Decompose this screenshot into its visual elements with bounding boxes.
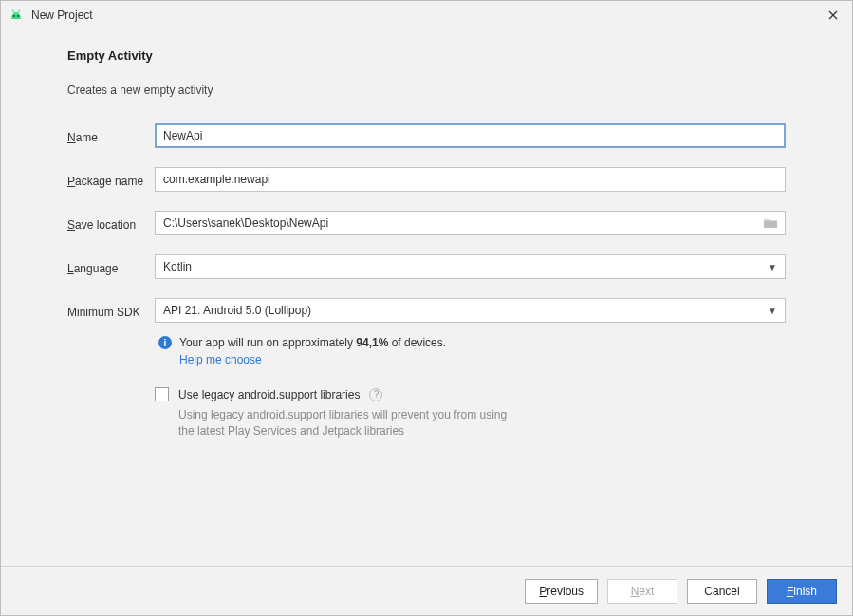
svg-point-0 (13, 15, 15, 17)
help-me-choose-link[interactable]: Help me choose (179, 353, 786, 366)
min-sdk-select[interactable]: API 21: Android 5.0 (Lollipop) ▼ (155, 298, 786, 323)
titlebar: New Project (1, 1, 852, 29)
label-package: Package name (67, 171, 155, 188)
svg-point-1 (17, 15, 19, 17)
window-title: New Project (31, 9, 93, 22)
chevron-down-icon: ▼ (768, 306, 777, 316)
next-button: Next (607, 579, 677, 604)
label-save-location: Save location (67, 215, 155, 232)
save-location-input[interactable] (155, 211, 786, 235)
info-icon: i (158, 336, 172, 349)
min-sdk-value: API 21: Android 5.0 (Lollipop) (163, 304, 311, 317)
language-value: Kotlin (163, 260, 192, 273)
label-min-sdk: Minimum SDK (67, 302, 155, 319)
close-icon[interactable] (822, 4, 844, 27)
legacy-block: Use legacy android.support libraries ? U… (155, 387, 786, 440)
legacy-note: Using legacy android.support libraries w… (178, 407, 786, 440)
label-language: Language (67, 258, 155, 275)
cancel-button[interactable]: Cancel (687, 579, 757, 604)
package-input[interactable] (155, 167, 786, 192)
sdk-info: i Your app will run on approximately 94,… (155, 336, 786, 366)
dialog-footer: Previous Next Cancel Finish (1, 566, 852, 615)
row-min-sdk: Minimum SDK API 21: Android 5.0 (Lollipo… (67, 298, 786, 323)
row-language: Language Kotlin ▼ (67, 254, 786, 279)
language-select[interactable]: Kotlin ▼ (155, 254, 786, 279)
dialog-content: Empty Activity Creates a new empty activ… (1, 29, 852, 566)
sdk-info-text: Your app will run on approximately 94,1%… (179, 336, 446, 349)
android-icon (9, 8, 24, 23)
finish-button[interactable]: Finish (767, 579, 837, 604)
legacy-check-label: Use legacy android.support libraries (178, 388, 360, 401)
page-heading: Empty Activity (67, 48, 786, 63)
row-name: Name (67, 123, 786, 148)
name-input[interactable] (155, 123, 786, 148)
row-package: Package name (67, 167, 786, 192)
page-description: Creates a new empty activity (67, 84, 786, 97)
previous-button[interactable]: Previous (525, 579, 598, 604)
legacy-checkbox[interactable] (155, 387, 169, 401)
help-icon[interactable]: ? (369, 388, 382, 401)
svg-line-3 (18, 10, 19, 12)
label-name: Name (67, 127, 155, 144)
row-save-location: Save location (67, 211, 786, 235)
svg-line-2 (13, 10, 14, 12)
chevron-down-icon: ▼ (768, 262, 777, 272)
